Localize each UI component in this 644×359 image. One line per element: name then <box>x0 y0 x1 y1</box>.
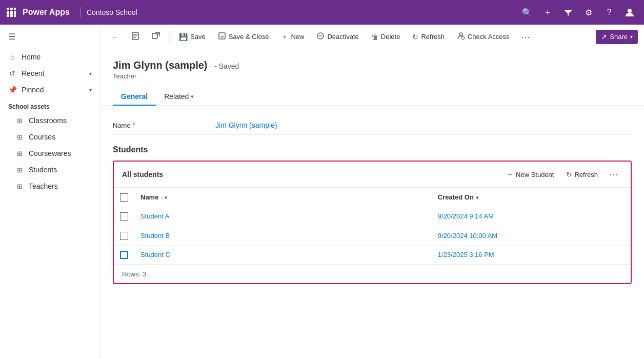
sidebar-item-pinned[interactable]: 📌 Pinned ▾ <box>0 82 100 98</box>
sidebar-item-courses[interactable]: ⊞ Courses <box>0 129 100 145</box>
svg-rect-14 <box>152 33 157 38</box>
sidebar-item-label: Home <box>22 53 92 61</box>
check-access-button[interactable]: Check Access <box>452 29 515 45</box>
select-all-header[interactable] <box>114 188 134 207</box>
new-icon: ＋ <box>281 32 288 42</box>
svg-point-19 <box>459 33 462 36</box>
student-name-cell[interactable]: Student B <box>134 226 432 246</box>
students-section-title: Students <box>113 145 632 154</box>
row-select-cell[interactable] <box>114 226 134 246</box>
related-chevron-icon: ▾ <box>191 93 194 100</box>
name-field: Name * Jim Glynn (sample) <box>113 116 632 135</box>
check-access-icon <box>457 32 465 42</box>
save-button[interactable]: 💾 Save <box>174 30 211 44</box>
subgrid-more-button[interactable]: ⋯ <box>605 167 622 182</box>
student-name-cell[interactable]: Student C <box>134 245 432 265</box>
sidebar-item-home[interactable]: ⌂ Home <box>0 49 100 65</box>
teachers-icon: ⊞ <box>15 183 24 190</box>
new-window-icon <box>152 32 160 42</box>
table-row: Student A 9/20/2024 9:14 AM <box>114 207 631 226</box>
refresh-button[interactable]: ↻ Refresh <box>407 30 450 44</box>
tenant-name: Contoso School <box>87 8 519 16</box>
created-date: 9/20/2024 9:14 AM <box>438 212 494 220</box>
filter-icon[interactable] <box>560 4 576 21</box>
new-student-button[interactable]: ＋ New Student <box>501 167 559 182</box>
main-layout: ☰ ⌂ Home ↺ Recent ▾ 📌 Pinned ▾ School as… <box>0 25 644 359</box>
tab-related[interactable]: Related ▾ <box>156 88 202 106</box>
svg-rect-4 <box>10 11 13 14</box>
sidebar-sub-label: Classrooms <box>29 116 67 125</box>
toolbar: ← 💾 Save Save & Close <box>100 25 644 49</box>
svg-rect-3 <box>7 11 9 14</box>
form-content: Jim Glynn (sample) - Saved Teacher Gener… <box>100 49 644 359</box>
subgrid-footer: Rows: 3 <box>114 265 631 283</box>
classrooms-icon: ⊞ <box>15 117 24 125</box>
delete-button[interactable]: 🗑 Delete <box>366 30 406 44</box>
svg-rect-16 <box>219 33 225 39</box>
student-created-cell: 9/20/2024 10:00 AM <box>432 226 631 246</box>
sidebar: ☰ ⌂ Home ↺ Recent ▾ 📌 Pinned ▾ School as… <box>0 25 100 359</box>
chevron-down-icon: ▾ <box>89 87 92 93</box>
new-window-button[interactable] <box>147 29 165 45</box>
coursewares-icon: ⊞ <box>15 150 24 157</box>
sidebar-item-recent[interactable]: ↺ Recent ▾ <box>0 65 100 82</box>
sidebar-item-coursewares[interactable]: ⊞ Coursewares <box>0 145 100 162</box>
name-sort-icon: ↑ ▾ <box>160 195 167 201</box>
help-icon[interactable]: ? <box>601 4 617 21</box>
home-icon: ⌂ <box>8 53 16 61</box>
add-student-icon: ＋ <box>507 170 513 179</box>
required-indicator: * <box>133 122 135 129</box>
subgrid-actions: ＋ New Student ↻ Refresh ⋯ <box>501 167 622 182</box>
student-name-cell[interactable]: Student A <box>134 207 432 226</box>
created-on-column-header[interactable]: Created On ▾ <box>432 188 631 207</box>
sidebar-sub-label: Teachers <box>29 182 58 190</box>
sidebar-item-students[interactable]: ⊞ Students <box>0 162 100 178</box>
row-select-cell[interactable] <box>114 207 134 226</box>
row-select-cell[interactable] <box>114 245 134 265</box>
name-label: Name * <box>113 122 215 129</box>
deactivate-button[interactable]: Deactivate <box>311 29 364 45</box>
name-column-header[interactable]: Name ↑ ▾ <box>134 188 432 207</box>
record-subtitle: Teacher <box>113 72 632 80</box>
sidebar-item-classrooms[interactable]: ⊞ Classrooms <box>0 112 100 129</box>
svg-rect-1 <box>10 8 13 10</box>
name-value[interactable]: Jim Glynn (sample) <box>215 121 632 129</box>
tab-general[interactable]: General <box>113 88 156 106</box>
subgrid-refresh-button[interactable]: ↻ Refresh <box>561 168 603 181</box>
svg-rect-6 <box>7 14 9 17</box>
sidebar-item-label: Pinned <box>22 86 84 94</box>
content-area: ← 💾 Save Save & Close <box>100 25 644 359</box>
saved-badge: - Saved <box>214 62 239 70</box>
sidebar-item-label: Recent <box>22 69 84 77</box>
row-checkbox[interactable] <box>120 212 128 221</box>
app-name: Power Apps <box>23 8 70 17</box>
more-options-button[interactable]: ⋯ <box>517 29 534 45</box>
share-button[interactable]: ↗ Share ▾ <box>596 30 638 44</box>
subgrid-title: All students <box>122 170 501 178</box>
table-row: Student B 9/20/2024 10:00 AM <box>114 226 631 246</box>
select-all-checkbox[interactable] <box>120 193 128 202</box>
hamburger-menu[interactable]: ☰ <box>0 25 100 49</box>
student-created-cell: 9/20/2024 9:14 AM <box>432 207 631 226</box>
save-close-button[interactable]: Save & Close <box>213 29 274 45</box>
students-subgrid: All students ＋ New Student ↻ Refresh ⋯ <box>113 161 632 284</box>
notes-button[interactable] <box>126 29 145 45</box>
share-icon: ↗ <box>601 33 607 41</box>
search-icon[interactable]: 🔍 <box>519 4 535 21</box>
svg-point-9 <box>628 9 632 13</box>
settings-icon[interactable]: ⚙ <box>580 4 597 21</box>
row-checkbox[interactable] <box>120 251 128 259</box>
record-header: Jim Glynn (sample) - Saved Teacher <box>100 49 644 80</box>
created-sort-icon: ▾ <box>476 195 478 201</box>
back-button[interactable]: ← <box>107 30 124 44</box>
sidebar-item-teachers[interactable]: ⊞ Teachers <box>0 178 100 194</box>
refresh-icon: ↻ <box>412 33 418 41</box>
row-checkbox[interactable] <box>120 232 128 240</box>
svg-rect-2 <box>14 8 16 10</box>
courses-icon: ⊞ <box>15 133 24 141</box>
add-icon[interactable]: ＋ <box>539 4 556 21</box>
new-button[interactable]: ＋ New <box>276 29 309 45</box>
app-grid-icon[interactable] <box>6 7 16 17</box>
profile-icon[interactable] <box>621 4 638 21</box>
tabs: General Related ▾ <box>100 84 644 106</box>
